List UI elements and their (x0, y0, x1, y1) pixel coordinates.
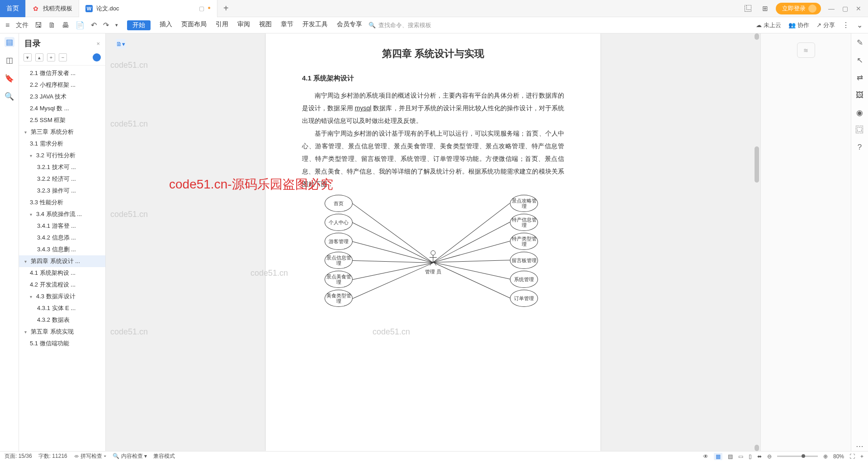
idea-icon[interactable]: ◉ (856, 108, 863, 118)
scroll-top-icon[interactable] (755, 33, 759, 40)
scroll-bottom-icon[interactable] (755, 445, 759, 451)
outline-item[interactable]: 3.4.3 信息删 ... (19, 244, 105, 255)
outline-item[interactable]: 3.2.2 经济可 ... (19, 173, 105, 185)
outline-item[interactable]: 3.1 需求分析 (19, 138, 105, 150)
eye-icon[interactable]: 👁 (703, 453, 708, 460)
outline-item[interactable]: ▾第四章 系统设计 ... (19, 255, 105, 267)
menu-insert[interactable]: 插入 (160, 20, 172, 30)
outline-item[interactable]: ▾3.2 可行性分析 (19, 150, 105, 161)
add-bottom-icon[interactable]: + (860, 453, 863, 460)
bookmark-rail-icon[interactable]: ◫ (5, 55, 14, 65)
add-level-icon[interactable]: + (47, 53, 55, 61)
save-icon[interactable]: 🖫 (35, 21, 42, 29)
more-icon[interactable]: ⋮ (842, 21, 849, 29)
scroll-thumb[interactable] (755, 146, 759, 183)
file-menu[interactable]: 文件 (16, 21, 28, 29)
outline-item[interactable]: 3.2.3 操作可 ... (19, 185, 105, 197)
view-web-icon[interactable]: ▭ (738, 453, 743, 460)
close-button[interactable]: ✕ (853, 3, 864, 14)
undo-icon[interactable]: ↶ (91, 21, 97, 29)
view-page-icon[interactable]: ▦ (714, 453, 722, 460)
menu-start[interactable]: 开始 (127, 20, 151, 30)
search-rail-icon[interactable]: 🔍 (5, 91, 14, 101)
zoom-level[interactable]: 80% (833, 453, 844, 460)
grid-icon[interactable]: ⊞ (759, 2, 771, 15)
tab-home[interactable]: 首页 (0, 0, 26, 17)
page-marker-icon[interactable]: 🗎▾ (116, 39, 126, 49)
remove-level-icon[interactable]: − (59, 53, 67, 61)
maximize-button[interactable]: ▢ (839, 3, 851, 14)
word-count[interactable]: 字数: 11216 (38, 452, 67, 460)
outline-item[interactable]: ▾4.3 数据库设计 (19, 291, 105, 302)
outline-item[interactable]: 3.2.1 技术可 ... (19, 161, 105, 173)
menu-icon[interactable]: ≡ (5, 21, 9, 29)
outline-item[interactable]: 2.2 小程序框架 ... (19, 79, 105, 91)
outline-item[interactable]: 4.1 系统架构设 ... (19, 267, 105, 279)
outline-item[interactable]: ▾第三章 系统分析 (19, 126, 105, 138)
outline-item[interactable]: ▾第五章 系统实现 (19, 326, 105, 338)
edit-icon[interactable]: ✎ (857, 38, 863, 47)
image-icon[interactable]: 🖼 (856, 91, 863, 100)
menu-reference[interactable]: 引用 (216, 20, 228, 30)
content-check[interactable]: 🔍 内容检查 ▾ (113, 452, 147, 460)
tab-document[interactable]: W 论文.doc ▢ • (79, 0, 217, 17)
login-button[interactable]: 立即登录 (776, 3, 821, 14)
menu-chapter[interactable]: 章节 (281, 20, 293, 30)
outline-item[interactable]: 3.3 性能分析 (19, 197, 105, 208)
zoom-slider[interactable] (777, 456, 818, 457)
tools-icon[interactable]: ⋯ (856, 442, 863, 451)
outline-item[interactable]: 4.2 开发流程设 ... (19, 279, 105, 291)
fit-width-icon[interactable]: ⬌ (757, 453, 762, 460)
expand-all-icon[interactable]: ▴ (35, 53, 43, 61)
cloud-status[interactable]: ☁未上云 (756, 21, 781, 29)
outline-item[interactable]: 3.4.1 游客登 ... (19, 220, 105, 232)
outline-item[interactable]: 4.3.1 实体 E ... (19, 302, 105, 314)
vertical-scrollbar[interactable] (754, 33, 760, 451)
preview-icon[interactable]: 📄 (75, 21, 85, 29)
menu-review[interactable]: 审阅 (237, 20, 250, 30)
collab-button[interactable]: 👥协作 (788, 21, 809, 29)
spellcheck-toggle[interactable]: ⌯ 拼写检查 ▾ (74, 452, 107, 460)
view-read-icon[interactable]: ▯ (749, 453, 752, 460)
new-tab-button[interactable]: + (217, 3, 235, 14)
layout-icon[interactable]: ⿺ (741, 2, 754, 15)
sync-icon[interactable] (93, 53, 101, 61)
minimize-button[interactable]: — (826, 3, 837, 14)
zoom-out-icon[interactable]: ⊖ (767, 453, 772, 460)
outline-item[interactable]: ▾3.4 系统操作流 ... (19, 208, 105, 220)
menu-dev[interactable]: 开发工具 (302, 20, 328, 30)
outline-item[interactable]: 2.3 JAVA 技术 (19, 91, 105, 103)
menu-view[interactable]: 视图 (259, 20, 272, 30)
document-area[interactable]: 🗎▾ 第四章 系统设计与实现 4.1 系统架构设计 南宁周边乡村游的系统项目的概… (106, 33, 760, 451)
help-icon[interactable]: ? (858, 143, 862, 152)
select-icon[interactable]: ↖ (857, 56, 863, 65)
screen-icon[interactable]: ▢ (199, 5, 204, 12)
fullscreen-icon[interactable]: ⛶ (849, 453, 855, 460)
collapse-ribbon-icon[interactable]: ⌄ (857, 21, 863, 29)
redo-icon[interactable]: ↷ (103, 21, 109, 29)
outline-item[interactable]: 2.4 Mysql 数 ... (19, 103, 105, 114)
collapse-all-icon[interactable]: ▾ (24, 53, 32, 61)
close-outline-icon[interactable]: × (96, 40, 100, 47)
print-icon[interactable]: 🖶 (62, 21, 69, 29)
ribbon-icon[interactable]: 🔖 (5, 73, 14, 83)
outline-icon[interactable]: ▤ (5, 37, 14, 47)
menu-layout[interactable]: 页面布局 (181, 20, 207, 30)
dropdown-icon[interactable]: ▾ (115, 22, 118, 28)
view-outline-icon[interactable]: ▤ (728, 453, 733, 460)
outline-item[interactable]: 4.3.2 数据表 (19, 314, 105, 326)
zoom-in-icon[interactable]: ⊕ (823, 453, 828, 460)
outline-item[interactable]: 5.1 微信端功能 (19, 338, 105, 349)
page-count[interactable]: 页面: 15/36 (5, 452, 32, 460)
menu-vip[interactable]: 会员专享 (337, 20, 362, 30)
compat-mode[interactable]: 兼容模式 (153, 452, 175, 460)
save-as-icon[interactable]: 🗎 (48, 21, 56, 29)
outline-item[interactable]: 3.4.2 信息添 ... (19, 232, 105, 244)
tab-templates[interactable]: ✿ 找稻壳模板 (26, 0, 79, 17)
command-search[interactable]: 🔍 查找命令、搜索模板 (368, 21, 431, 29)
style-toggle[interactable]: ≋ (797, 42, 815, 58)
translate-icon[interactable]: ⿴ (856, 126, 863, 135)
outline-item[interactable]: 2.5 SSM 框架 (19, 114, 105, 126)
share-button[interactable]: ↗分享 (816, 21, 835, 29)
settings-icon[interactable]: ⇄ (857, 73, 863, 83)
